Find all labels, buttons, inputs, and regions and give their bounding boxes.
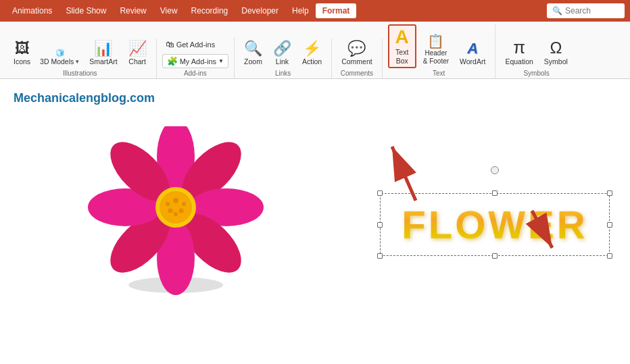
handle-ml[interactable] xyxy=(377,222,383,228)
addins-group-label: Add-ins xyxy=(184,70,207,77)
rotate-handle[interactable] xyxy=(491,166,499,174)
chart-button[interactable]: 📈 Chart xyxy=(124,38,151,69)
my-addins-button[interactable]: 🧩 My Add-ins ▼ xyxy=(162,54,228,68)
menu-animations[interactable]: Animations xyxy=(5,3,59,18)
smartart-icon: 📊 xyxy=(94,41,112,56)
watermark-text: Mechanicalengblog.com xyxy=(14,91,155,105)
my-addins-dropdown-arrow: ▼ xyxy=(218,58,224,64)
flower-image xyxy=(88,126,264,295)
menu-format[interactable]: Format xyxy=(316,3,357,18)
canvas-area: Mechanicalengblog.com xyxy=(0,79,630,346)
get-addins-icon: 🛍 xyxy=(166,39,174,49)
3d-models-label: 3D Models xyxy=(40,57,74,66)
textbox-icon: A xyxy=(395,28,409,47)
ribbon-group-illustrations: 🖼 Icons 🧊 3D Models ▼ 📊 SmartArt 📈 C xyxy=(4,38,157,79)
handle-bc[interactable] xyxy=(492,253,498,259)
addins-col: 🛍 Get Add-ins 🧩 My Add-ins ▼ xyxy=(162,37,228,68)
symbols-items: π Equation Ω Symbol xyxy=(501,36,571,69)
my-addins-label: My Add-ins xyxy=(180,57,216,66)
comments-items: 💬 Comment xyxy=(337,38,377,69)
wordart-icon: A xyxy=(467,41,478,56)
handle-mr[interactable] xyxy=(607,222,612,228)
svg-point-13 xyxy=(174,212,178,216)
handle-bl[interactable] xyxy=(377,253,383,259)
link-label: Link xyxy=(276,57,289,66)
comment-label: Comment xyxy=(341,57,372,66)
menu-slideshow[interactable]: Slide Show xyxy=(59,3,113,18)
action-label: Action xyxy=(302,57,322,66)
svg-point-12 xyxy=(168,209,173,213)
wordart-label: WordArt xyxy=(460,57,485,66)
ribbon-group-symbols: π Equation Ω Symbol Symbols xyxy=(495,36,577,79)
get-addins-label: Get Add-ins xyxy=(176,41,215,49)
ribbon-group-text: A TextBox 📋 Header& Footer A WordArt Tex… xyxy=(383,24,496,78)
menu-view[interactable]: View xyxy=(153,3,185,18)
my-addins-icon: 🧩 xyxy=(167,56,178,66)
svg-point-10 xyxy=(173,198,178,203)
symbol-icon: Ω xyxy=(550,40,562,56)
links-items: 🔍 Zoom 🔗 Link ⚡ Action xyxy=(240,38,326,69)
smartart-button[interactable]: 📊 SmartArt xyxy=(85,38,121,69)
menu-bar: Animations Slide Show Review View Record… xyxy=(0,0,630,22)
handle-tr[interactable] xyxy=(607,190,612,196)
menu-developer[interactable]: Developer xyxy=(235,3,285,18)
textbox-label: TextBox xyxy=(395,48,408,65)
text-group-label: Text xyxy=(433,70,445,77)
slide-canvas[interactable]: Mechanicalengblog.com xyxy=(0,79,630,346)
smartart-label: SmartArt xyxy=(89,57,117,66)
chart-icon: 📈 xyxy=(128,41,147,56)
arrow-up-indicator xyxy=(375,136,429,207)
flower-petals xyxy=(88,126,264,295)
arrow-down-indicator xyxy=(518,204,573,261)
ribbon: 🖼 Icons 🧊 3D Models ▼ 📊 SmartArt 📈 C xyxy=(0,22,630,79)
3d-models-icon: 🧊 xyxy=(55,49,65,57)
menu-help[interactable]: Help xyxy=(285,3,316,18)
header-footer-button[interactable]: 📋 Header& Footer xyxy=(419,32,453,68)
flower-svg xyxy=(88,126,264,295)
search-input[interactable] xyxy=(565,6,619,16)
symbols-group-label: Symbols xyxy=(523,70,549,77)
comment-icon: 💬 xyxy=(347,41,366,56)
svg-point-11 xyxy=(179,209,184,213)
ribbon-group-addins: 🛍 Get Add-ins 🧩 My Add-ins ▼ Add-ins xyxy=(157,37,235,78)
zoom-button[interactable]: 🔍 Zoom xyxy=(240,38,266,69)
svg-line-17 xyxy=(392,147,416,201)
get-addins-button[interactable]: 🛍 Get Add-ins xyxy=(162,37,228,51)
ribbon-group-comments: 💬 Comment Comments xyxy=(332,38,383,79)
illustrations-items: 🖼 Icons 🧊 3D Models ▼ 📊 SmartArt 📈 C xyxy=(9,38,151,69)
links-group-label: Links xyxy=(275,70,291,77)
menu-recording[interactable]: Recording xyxy=(185,3,235,18)
addins-items: 🛍 Get Add-ins 🧩 My Add-ins ▼ xyxy=(162,37,228,68)
action-button[interactable]: ⚡ Action xyxy=(298,38,326,69)
search-icon: 🔍 xyxy=(552,6,562,16)
illustrations-group-label: Illustrations xyxy=(63,70,97,77)
header-footer-label: Header& Footer xyxy=(423,49,449,66)
3d-models-dropdown-arrow: ▼ xyxy=(74,59,80,65)
3d-models-button[interactable]: 🧊 3D Models ▼ xyxy=(37,46,82,68)
link-button[interactable]: 🔗 Link xyxy=(269,38,295,69)
svg-point-9 xyxy=(160,191,192,224)
symbol-button[interactable]: Ω Symbol xyxy=(540,37,572,69)
search-bar: 🔍 xyxy=(547,3,625,18)
text-items: A TextBox 📋 Header& Footer A WordArt xyxy=(388,24,490,68)
handle-br[interactable] xyxy=(607,253,612,259)
symbol-label: Symbol xyxy=(544,57,568,66)
icons-icon: 🖼 xyxy=(15,41,30,56)
handle-tc[interactable] xyxy=(492,190,498,196)
action-icon: ⚡ xyxy=(303,41,321,56)
icons-button[interactable]: 🖼 Icons xyxy=(9,38,34,69)
zoom-label: Zoom xyxy=(244,57,262,66)
textbox-button[interactable]: A TextBox xyxy=(388,24,416,68)
menu-review[interactable]: Review xyxy=(113,3,153,18)
chart-label: Chart xyxy=(128,57,146,66)
svg-line-19 xyxy=(532,211,552,248)
ribbon-groups: 🖼 Icons 🧊 3D Models ▼ 📊 SmartArt 📈 C xyxy=(4,24,626,78)
equation-icon: π xyxy=(513,38,525,56)
comments-group-label: Comments xyxy=(341,70,373,77)
zoom-icon: 🔍 xyxy=(244,41,262,56)
link-icon: 🔗 xyxy=(273,41,291,56)
comment-button[interactable]: 💬 Comment xyxy=(337,38,377,69)
wordart-button[interactable]: A WordArt xyxy=(456,38,489,69)
icons-label: Icons xyxy=(14,57,30,66)
equation-button[interactable]: π Equation xyxy=(501,36,537,69)
